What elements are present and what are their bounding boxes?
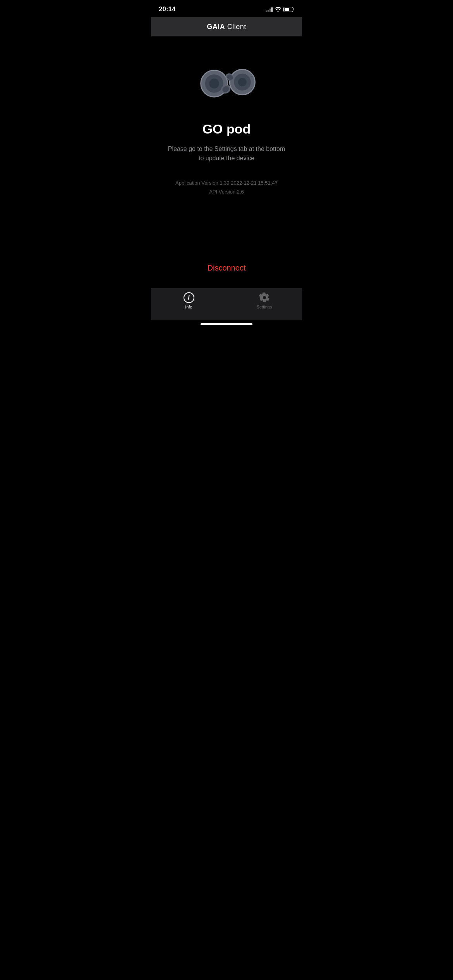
instruction-text: Please go to the Settings tab at the bot… <box>165 144 288 163</box>
info-circle-icon: i <box>184 292 194 303</box>
settings-tab-icon <box>259 292 270 303</box>
app-version: Application Version:1.39 2022-12-21 15:5… <box>175 178 278 187</box>
tab-settings[interactable]: Settings <box>226 292 302 309</box>
tab-bar: i Info Settings <box>151 288 302 320</box>
status-time: 20:14 <box>159 5 175 13</box>
device-name: GO pod <box>202 122 251 137</box>
wifi-icon <box>275 7 281 12</box>
gear-icon <box>259 292 270 303</box>
info-tab-icon: i <box>184 292 194 303</box>
status-icons <box>266 7 294 12</box>
svg-point-9 <box>238 78 247 86</box>
app-header: GAIA Client <box>151 17 302 36</box>
signal-bars-icon <box>266 7 273 12</box>
api-version: API Version:2.6 <box>175 187 278 196</box>
header-title-bold: GAIA <box>207 23 225 31</box>
disconnect-button[interactable]: Disconnect <box>200 260 254 276</box>
tab-info[interactable]: i Info <box>151 292 226 309</box>
tab-settings-label: Settings <box>257 305 272 309</box>
earbuds-svg <box>188 60 265 106</box>
home-indicator <box>151 320 302 327</box>
tab-info-label: Info <box>185 305 192 309</box>
version-info: Application Version:1.39 2022-12-21 15:5… <box>175 178 278 197</box>
svg-point-3 <box>209 79 219 88</box>
status-bar: 20:14 <box>151 0 302 17</box>
earbuds-illustration <box>188 60 265 106</box>
main-content: GO pod Please go to the Settings tab at … <box>151 36 302 288</box>
home-bar <box>201 323 252 325</box>
header-title-light: Client <box>225 23 246 31</box>
header-title: GAIA Client <box>207 23 246 31</box>
battery-icon <box>283 7 294 12</box>
